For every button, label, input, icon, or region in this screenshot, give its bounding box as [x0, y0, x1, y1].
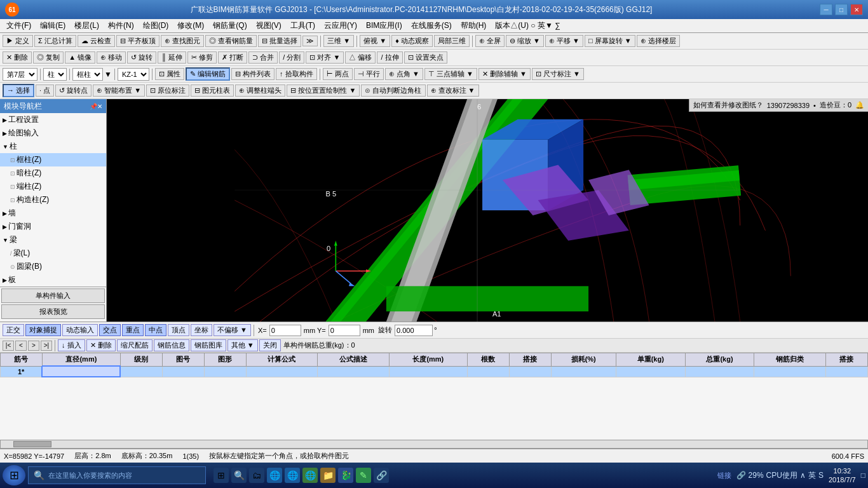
draw-toolbar-button[interactable]: · 点 — [36, 85, 54, 97]
notification-icon[interactable]: 🔔 — [855, 101, 864, 109]
minimize-button[interactable]: ─ — [820, 4, 832, 15]
task-icon-cortana[interactable]: ⊞ — [214, 468, 229, 483]
draw-toolbar-button[interactable]: ⊕ 调整柱端头 — [235, 85, 285, 97]
sidebar-item[interactable]: ▶门窗洞 — [0, 220, 106, 233]
toolbar-button[interactable]: ⊕ 平移 ▼ — [545, 35, 583, 47]
task-icon-edge[interactable]: 🌐 — [267, 468, 282, 483]
rebar-nav-button[interactable]: 其他 ▼ — [227, 339, 258, 351]
edit-toolbar-button[interactable]: ⊡ 对齐 ▼ — [306, 51, 344, 64]
element-toolbar-button[interactable]: ✎ 编辑钢筋 — [186, 67, 230, 81]
toolbar-button[interactable]: 俯视 ▼ — [360, 35, 390, 47]
toolbar-button[interactable]: □ 屏幕旋转 ▼ — [585, 35, 635, 47]
status-toggle-button[interactable]: 顶点 — [168, 324, 189, 336]
toolbar-button[interactable]: ⊕ 选择楼层 — [637, 35, 680, 47]
toolbar-button[interactable]: 局部三维 — [434, 35, 470, 47]
canvas-area[interactable]: B 5 6 A1 0 如何查看并修改图纸？ 13907298339 • 造价豆：… — [107, 99, 868, 322]
sidebar-item[interactable]: ▶墙 — [0, 207, 106, 220]
menu-item[interactable]: 绘图(D) — [139, 19, 173, 32]
status-toggle-button[interactable]: 重点 — [122, 324, 144, 336]
toolbar-button[interactable]: ▶ 定义 — [3, 35, 33, 47]
sidebar-item[interactable]: /梁(L) — [0, 247, 106, 260]
antivirus-icon[interactable]: S — [818, 471, 824, 480]
draw-toolbar-button[interactable]: ⊕ 智能布置 ▼ — [93, 85, 145, 97]
report-preview-button[interactable]: 报表预览 — [1, 304, 105, 319]
single-member-input-button[interactable]: 单构件输入 — [1, 288, 105, 303]
status-toggle-button[interactable]: 坐标 — [191, 324, 212, 336]
sidebar-item[interactable]: ▶工程设置 — [0, 113, 106, 126]
y-coord-input[interactable] — [329, 325, 360, 336]
rebar-table-area[interactable]: 筋号直径(mm)级别图号图形计算公式公式描述长度(mm)根数搭接损耗(%)单重(… — [0, 353, 868, 440]
edit-toolbar-button[interactable]: / 分割 — [279, 51, 304, 64]
toolbar-button[interactable]: ☁ 云检查 — [78, 35, 115, 47]
axis-toolbar-button[interactable]: ⊡ 尺寸标注 ▼ — [532, 68, 584, 80]
scroll-thumb[interactable] — [13, 441, 51, 447]
tree-expand-icon[interactable]: ▶ — [3, 224, 7, 230]
column-subtype-selector[interactable]: 框柱 — [72, 68, 103, 81]
draw-toolbar-button[interactable]: ⊟ 按位置置绘制性 ▼ — [287, 85, 360, 97]
edit-toolbar-button[interactable]: △ 偏移 — [345, 51, 376, 64]
toolbar-button[interactable]: Σ 汇总计算 — [34, 35, 76, 47]
menu-item[interactable]: 在线服务(S) — [407, 19, 456, 32]
menu-item[interactable]: 楼层(L) — [71, 19, 103, 32]
rebar-nav-button[interactable]: 钢筋信息 — [154, 339, 189, 351]
tree-expand-icon[interactable]: ▼ — [3, 144, 8, 150]
axis-toolbar-button[interactable]: ⊢ 两点 — [323, 68, 353, 80]
sidebar-item[interactable]: ▼梁 — [0, 233, 106, 247]
toolbar-button[interactable]: ⊟ 平齐板顶 — [116, 35, 159, 47]
draw-toolbar-button[interactable]: ⊡ 原位标注 — [146, 85, 189, 97]
column-number-selector[interactable]: KZ-1 — [118, 68, 149, 81]
toolbar-button[interactable]: ⊖ 缩放 ▼ — [506, 35, 544, 47]
start-button[interactable]: ⊞ — [3, 465, 25, 485]
tree-expand-icon[interactable]: ▼ — [3, 237, 8, 243]
menu-item[interactable]: 视图(V) — [252, 19, 285, 32]
axis-toolbar-button[interactable]: ⊤ 三点辅轴 ▼ — [424, 68, 477, 80]
sidebar-item[interactable]: ▶绘图输入 — [0, 126, 106, 140]
edit-toolbar-button[interactable]: / 拉伸 — [377, 51, 402, 64]
close-button[interactable]: ✕ — [850, 4, 863, 15]
rebar-nav-button[interactable]: ↓ 插入 — [58, 339, 85, 351]
edit-toolbar-button[interactable]: ⊡ 设置夹点 — [404, 51, 447, 64]
table-row[interactable]: 1* — [1, 366, 868, 377]
notification-area[interactable]: □ — [861, 471, 865, 480]
toolbar-button[interactable]: ≫ — [302, 36, 318, 46]
toolbar-button[interactable]: ⊕ 查找图元 — [161, 35, 204, 47]
tree-expand-icon[interactable]: ▶ — [3, 277, 7, 283]
edit-toolbar-button[interactable]: ⊃ 合并 — [248, 51, 278, 64]
axis-toolbar-button[interactable]: ⊕ 点角 ▼ — [385, 68, 423, 80]
task-icon-link[interactable]: 🔗 — [374, 468, 389, 483]
cell-diameter[interactable] — [42, 366, 120, 377]
axis-toolbar-button[interactable]: ✕ 删除辅轴 ▼ — [478, 68, 531, 80]
rebar-nav-button[interactable]: 缩尺配筋 — [117, 339, 153, 351]
sidebar-item[interactable]: ▶板 — [0, 273, 106, 287]
floor-selector[interactable]: 第7层 — [3, 68, 37, 81]
sidebar-item[interactable]: ⊡框柱(Z) — [0, 153, 106, 166]
task-icon-ie2[interactable]: 🌐 — [302, 468, 318, 483]
element-toolbar-button[interactable]: ⊟ 构件列表 — [231, 68, 275, 80]
horizontal-scrollbar[interactable] — [0, 440, 868, 449]
task-icon-search[interactable]: 🔍 — [231, 468, 247, 483]
menu-item[interactable]: 工具(T) — [287, 19, 319, 32]
lang-indicator[interactable]: 英 — [808, 470, 816, 481]
sidebar-item[interactable]: ⊡端柱(Z) — [0, 180, 106, 193]
menu-item[interactable]: 云应用(Y) — [320, 19, 361, 32]
toolbar-button[interactable]: 三维 ▼ — [323, 35, 354, 47]
status-toggle-button[interactable]: 动态输入 — [62, 324, 98, 336]
draw-toolbar-button[interactable]: ⊕ 查改标注 ▼ — [427, 85, 479, 97]
x-coord-input[interactable] — [269, 325, 301, 336]
edit-toolbar-button[interactable]: ▲ 镜像 — [65, 51, 95, 64]
search-bar[interactable]: 🔍 在这里输入你要搜索的内容 — [28, 466, 206, 484]
draw-toolbar-button[interactable]: → 选择 — [3, 84, 34, 97]
task-icon-dragon[interactable]: 🐉 — [338, 468, 353, 483]
menu-item[interactable]: 构件(N) — [104, 19, 138, 32]
network-icon[interactable]: 🔗 — [736, 471, 746, 480]
column-type-selector[interactable]: 柱 — [43, 68, 67, 81]
task-icon-taskview[interactable]: 🗂 — [249, 468, 264, 483]
status-toggle-button[interactable]: 交点 — [99, 324, 121, 336]
status-toggle-button[interactable]: 对象捕捉 — [25, 324, 61, 336]
sidebar-item[interactable]: ⊡构造柱(Z) — [0, 193, 106, 207]
draw-toolbar-button[interactable]: ↺ 旋转点 — [55, 85, 92, 97]
nav-button[interactable]: |< — [3, 341, 14, 351]
tree-expand-icon[interactable]: ▶ — [3, 117, 7, 123]
task-icon-folder[interactable]: 📁 — [320, 468, 336, 483]
rebar-nav-button[interactable]: ✕ 删除 — [86, 339, 116, 351]
